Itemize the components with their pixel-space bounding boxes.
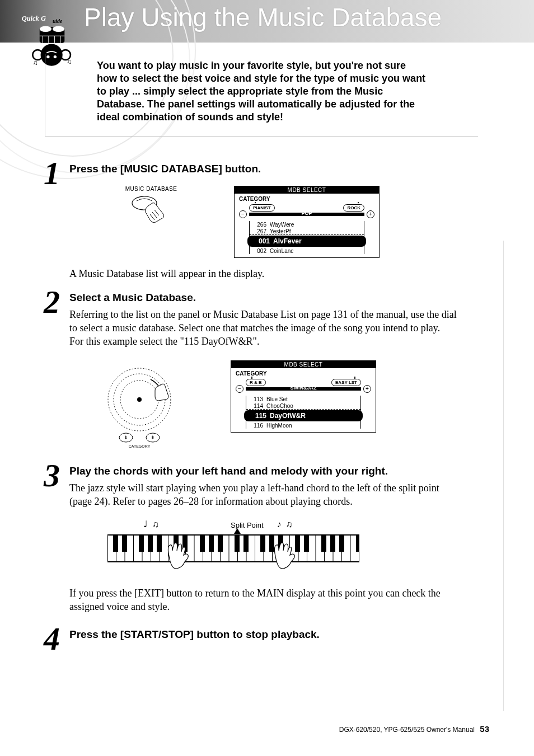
svg-text:♫: ♫	[32, 59, 38, 67]
step-heading: Play the chords with your left hand and …	[69, 464, 457, 478]
svg-rect-75	[295, 535, 300, 552]
lcd-screen-2: MDB SELECT CATEGORY R & B EASY LST SWIN&…	[231, 360, 376, 433]
svg-rect-68	[209, 535, 214, 552]
list-name: AlvFever	[273, 237, 302, 245]
music-database-button-figure: MUSIC DATABASE	[101, 186, 202, 232]
notes-right-icon: ♪ ♫	[264, 519, 342, 529]
category-prev-tab: PIANIST	[249, 204, 275, 212]
step-4: 4 Press the [START/STOP] button to stop …	[44, 628, 457, 641]
svg-text:⇟: ⇟	[124, 435, 128, 440]
list-selected-row: 115DayOfW&R	[244, 410, 363, 421]
category-current: SWIN&JAZ	[291, 385, 317, 391]
category-next-tab: EASY LST	[331, 379, 361, 386]
list-name: CoinLanc	[270, 248, 293, 254]
svg-rect-64	[157, 535, 162, 552]
list-num: 266	[252, 222, 266, 228]
dial-figure: ⇟ ⇞ CATEGORY	[86, 360, 198, 452]
lcd-category-label: CATEGORY	[236, 370, 371, 377]
page-footer: DGX-620/520, YPG-625/525 Owner's Manual …	[339, 724, 489, 734]
list-num: 113	[249, 396, 263, 402]
category-slider: PIANIST ROCK POP − +	[239, 203, 374, 218]
keyboard-figure: ♩ ♫ Split Point ♪ ♫	[107, 519, 457, 579]
svg-rect-71	[243, 535, 249, 552]
list-num: 002	[252, 248, 266, 254]
svg-point-24	[137, 397, 142, 402]
svg-text:uide: uide	[53, 18, 63, 24]
svg-rect-67	[200, 535, 205, 552]
step-number: 4	[44, 620, 60, 658]
intro-text: You want to play music in your favorite …	[45, 54, 478, 137]
step-after-text: If you press the [EXIT] button to return…	[69, 586, 457, 614]
svg-text:⇞: ⇞	[151, 435, 155, 440]
svg-rect-77	[321, 535, 326, 552]
lcd-list: 266WayWere 267YesterPf 001AlvFever 002Co…	[249, 221, 364, 254]
page-title: Play Using the Music Database	[84, 2, 442, 32]
svg-rect-80	[356, 535, 359, 552]
svg-rect-72	[260, 535, 265, 552]
list-name: ChooChoo	[266, 403, 293, 409]
category-prev-tab: R & B	[246, 379, 266, 386]
svg-rect-79	[339, 535, 344, 552]
lcd-title: MDB SELECT	[231, 361, 376, 368]
page-edge-line	[503, 241, 504, 711]
step-heading: Press the [START/STOP] button to stop pl…	[69, 628, 457, 641]
svg-rect-60	[113, 535, 118, 552]
plus-knob-icon: +	[363, 385, 371, 393]
step-number: 3	[44, 457, 60, 494]
notes-left-icon: ♩ ♫	[119, 519, 231, 529]
svg-point-4	[53, 26, 64, 32]
step-heading: Press the [MUSIC DATABASE] button.	[69, 162, 457, 176]
list-num: 001	[253, 237, 270, 245]
lcd-category-label: CATEGORY	[239, 196, 374, 202]
page-header: Quick G uide ♫ ♫ Play Using the Music Da…	[0, 0, 534, 145]
step-1: 1 Press the [MUSIC DATABASE] button. MUS…	[44, 162, 457, 280]
lcd-list: 113Blue Set 114ChooChoo 115DayOfW&R 116H…	[246, 396, 361, 429]
svg-rect-76	[304, 535, 309, 552]
step-3: 3 Play the chords with your left hand an…	[44, 464, 457, 613]
list-name: WayWere	[270, 222, 294, 228]
list-name: Blue Set	[266, 396, 288, 402]
svg-rect-78	[330, 535, 335, 552]
svg-rect-63	[148, 535, 153, 552]
step-body: The jazz style will start playing when y…	[69, 481, 457, 509]
list-selected-row: 001AlvFever	[247, 236, 366, 247]
svg-text:Quick G: Quick G	[22, 15, 46, 22]
list-num: 116	[249, 422, 263, 429]
plus-knob-icon: +	[367, 210, 374, 218]
step-number: 1	[44, 154, 60, 192]
list-name: HighMoon	[266, 422, 292, 429]
step-2: 2 Select a Music Database. Referring to …	[44, 291, 457, 453]
lcd-title: MDB SELECT	[235, 186, 379, 194]
step-body: Referring to the list on the panel or Mu…	[69, 308, 457, 349]
dial-category-label: CATEGORY	[129, 444, 151, 448]
svg-point-3	[40, 26, 51, 32]
list-name: DayOfW&R	[270, 412, 306, 420]
manual-name: DGX-620/520, YPG-625/525 Owner's Manual	[339, 726, 475, 734]
step-heading: Select a Music Database.	[69, 291, 457, 304]
list-num: 114	[249, 403, 263, 409]
list-num: 115	[250, 412, 266, 420]
lcd-screen-1: MDB SELECT CATEGORY PIANIST ROCK POP − +…	[234, 186, 380, 258]
category-next-tab: ROCK	[343, 204, 364, 212]
svg-rect-73	[269, 535, 274, 552]
svg-rect-69	[218, 535, 223, 552]
category-slider: R & B EASY LST SWIN&JAZ − +	[236, 378, 371, 392]
split-point-label: Split Point	[231, 521, 264, 529]
list-name: YesterPf	[270, 228, 291, 234]
step-number: 2	[44, 283, 60, 321]
page-number: 53	[480, 724, 489, 734]
minus-knob-icon: −	[239, 210, 247, 218]
minus-knob-icon: −	[236, 385, 243, 393]
svg-rect-62	[139, 535, 144, 552]
svg-rect-70	[235, 535, 240, 552]
list-num: 267	[252, 228, 266, 234]
step-caption: A Music Database list will appear in the…	[69, 268, 457, 280]
svg-rect-61	[122, 535, 127, 552]
button-label: MUSIC DATABASE	[101, 186, 202, 192]
category-current: POP	[301, 210, 312, 216]
